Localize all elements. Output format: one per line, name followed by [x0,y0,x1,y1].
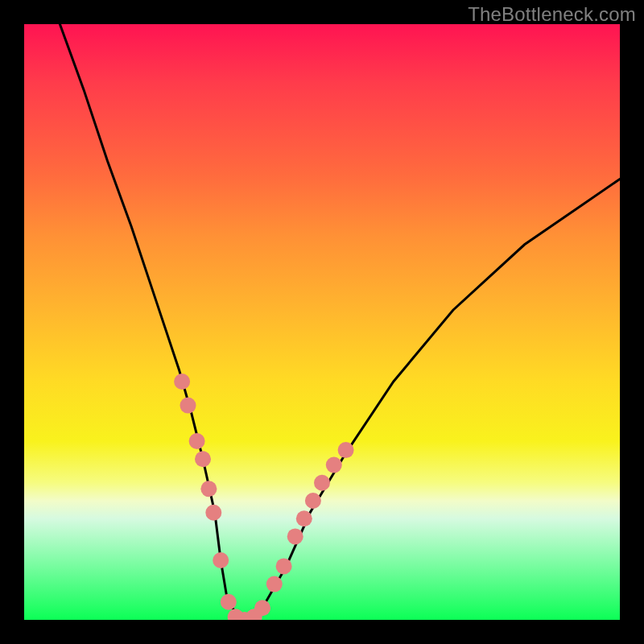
chart-svg [24,24,620,620]
data-marker [326,457,342,473]
data-marker [189,433,205,449]
data-marker [287,528,303,544]
data-marker [174,374,190,390]
data-marker [221,594,237,610]
chart-frame: TheBottleneck.com [0,0,644,644]
data-marker [314,475,330,491]
data-marker [266,576,283,592]
watermark-text: TheBottleneck.com [468,3,636,26]
data-marker [180,398,196,414]
data-curve [60,24,620,620]
data-marker [296,510,312,526]
data-marker [254,600,270,616]
marker-group [174,374,354,620]
data-marker [213,552,229,568]
data-marker [338,442,354,458]
data-marker [195,451,211,467]
data-marker [200,481,217,497]
data-marker [276,558,292,574]
data-marker [205,505,221,521]
data-marker [305,493,321,509]
plot-area [24,24,620,620]
